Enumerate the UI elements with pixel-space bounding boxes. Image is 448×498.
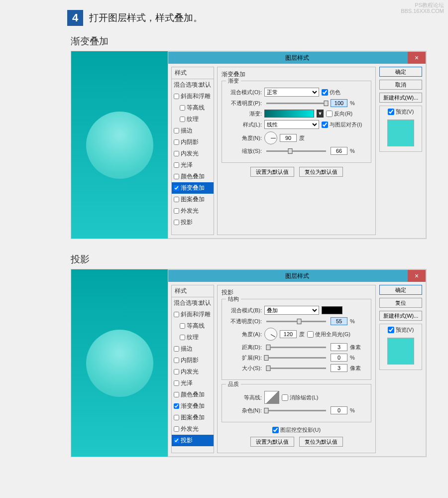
ok-button[interactable]: 确定	[379, 67, 422, 77]
angle-input[interactable]	[280, 330, 297, 338]
style-item-1[interactable]: 等高线	[172, 102, 214, 114]
distance-slider[interactable]	[266, 347, 326, 348]
spread-slider[interactable]	[266, 357, 326, 359]
reset-default-button[interactable]: 复位为默认值	[299, 437, 343, 447]
noise-input[interactable]	[331, 406, 347, 414]
style-item-label: 纹理	[187, 333, 199, 342]
style-item-1[interactable]: 等高线	[172, 320, 214, 332]
style-item-6[interactable]: 光泽	[172, 159, 214, 171]
style-item-label: 内发光	[181, 149, 199, 158]
new-style-button[interactable]: 新建样式(W)...	[379, 311, 422, 321]
gradient-swatch[interactable]	[264, 110, 314, 118]
knockout-checkbox[interactable]: 图层挖空投影(U)	[222, 426, 371, 434]
scale-input[interactable]	[331, 147, 347, 155]
shadow-color-swatch[interactable]	[322, 306, 342, 314]
align-checkbox[interactable]: 与图层对齐(I)	[322, 121, 362, 128]
distance-input[interactable]	[331, 343, 347, 351]
gradient-dropdown-icon[interactable]: ▼	[317, 110, 324, 118]
opacity-input[interactable]	[331, 99, 347, 107]
style-item-label: 图案叠加	[181, 413, 205, 422]
style-item-7[interactable]: 颜色叠加	[172, 389, 214, 400]
blend-mode-select[interactable]: 叠加	[264, 306, 319, 315]
reset-default-button[interactable]: 复位为默认值	[299, 167, 343, 177]
style-item-10[interactable]: 外发光	[172, 423, 214, 435]
style-list: 样式 混合选项:默认 斜面和浮雕等高线纹理描边内阴影内发光光泽颜色叠加渐变叠加图…	[171, 285, 214, 453]
preview-checkbox[interactable]: 预览(V)	[388, 326, 414, 334]
dialog-titlebar[interactable]: 图层样式 ×	[168, 270, 426, 282]
style-item-label: 光泽	[181, 161, 193, 169]
opacity-slider[interactable]	[266, 103, 326, 104]
style-item-5[interactable]: 内发光	[172, 148, 214, 159]
style-item-8[interactable]: 渐变叠加	[172, 400, 214, 412]
angle-input[interactable]	[280, 134, 297, 142]
blend-options-item[interactable]: 混合选项:默认	[172, 79, 214, 91]
dialog-button-column: 确定 取消 新建样式(W)... 预览(V)	[379, 67, 423, 235]
size-input[interactable]	[331, 364, 347, 372]
style-item-4[interactable]: 内阴影	[172, 136, 214, 148]
scale-label: 缩放(S):	[227, 147, 262, 155]
contour-swatch[interactable]	[264, 391, 279, 404]
antialias-checkbox[interactable]: 消除锯齿(L)	[282, 394, 318, 401]
angle-dial[interactable]	[264, 328, 277, 341]
style-item-3[interactable]: 描边	[172, 125, 214, 136]
opacity-slider[interactable]	[266, 321, 326, 322]
blend-options-item[interactable]: 混合选项:默认	[172, 297, 214, 309]
style-item-label: 渐变叠加	[181, 184, 205, 192]
style-item-10[interactable]: 外发光	[172, 205, 214, 217]
style-item-8[interactable]: 渐变叠加	[172, 182, 214, 194]
step-instruction: 打开图层样式，样式叠加。	[89, 11, 203, 24]
style-item-label: 描边	[181, 345, 193, 353]
style-item-9[interactable]: 图案叠加	[172, 412, 214, 423]
size-label: 大小(S):	[227, 365, 262, 372]
preview-sphere	[86, 112, 153, 179]
style-item-2[interactable]: 纹理	[172, 114, 214, 125]
section-1-title: 渐变叠加	[0, 35, 448, 48]
style-item-label: 内阴影	[181, 356, 199, 365]
style-item-5[interactable]: 内发光	[172, 366, 214, 377]
preview-checkbox[interactable]: 预览(V)	[388, 108, 414, 116]
reset-button[interactable]: 复位	[379, 298, 422, 308]
opacity-label: 不透明度(O):	[227, 318, 262, 325]
style-item-9[interactable]: 图案叠加	[172, 194, 214, 205]
style-item-label: 外发光	[181, 207, 199, 215]
cancel-button[interactable]: 取消	[379, 80, 422, 90]
style-item-label: 渐变叠加	[181, 402, 205, 410]
dither-checkbox[interactable]: 仿色	[322, 89, 340, 96]
global-light-checkbox[interactable]: 使用全局光(G)	[307, 331, 350, 338]
size-slider[interactable]	[266, 368, 326, 369]
ok-button[interactable]: 确定	[379, 285, 422, 295]
style-item-11[interactable]: 投影	[172, 435, 214, 446]
style-item-6[interactable]: 光泽	[172, 377, 214, 389]
style-item-2[interactable]: 纹理	[172, 332, 214, 343]
style-item-label: 斜面和浮雕	[181, 92, 211, 101]
angle-dial[interactable]	[264, 131, 277, 144]
opacity-label: 不透明度(P):	[227, 100, 262, 107]
section-2-title: 投影	[0, 253, 448, 266]
close-button[interactable]: ×	[408, 270, 426, 282]
style-item-3[interactable]: 描边	[172, 343, 214, 355]
spread-input[interactable]	[331, 354, 347, 362]
group-legend: 结构	[226, 295, 241, 303]
reverse-checkbox[interactable]: 反向(R)	[326, 110, 352, 118]
scale-slider[interactable]	[266, 150, 326, 152]
gradient-overlay-panel: 渐变叠加 渐变 混合模式(O): 正常 仿色 不透明度(P): %	[217, 67, 376, 235]
style-item-11[interactable]: 投影	[172, 217, 214, 228]
noise-slider[interactable]	[266, 410, 326, 411]
new-style-button[interactable]: 新建样式(W)...	[379, 93, 422, 103]
noise-label: 杂色(N):	[227, 407, 262, 414]
style-item-7[interactable]: 颜色叠加	[172, 171, 214, 182]
dialog-titlebar[interactable]: 图层样式 ×	[168, 52, 426, 64]
close-button[interactable]: ×	[408, 52, 426, 64]
gradient-style-select[interactable]: 线性	[264, 120, 319, 129]
spread-label: 扩展(R):	[227, 354, 262, 362]
style-item-label: 投影	[181, 436, 193, 445]
style-item-4[interactable]: 内阴影	[172, 355, 214, 366]
make-default-button[interactable]: 设置为默认值	[250, 167, 294, 177]
style-item-0[interactable]: 斜面和浮雕	[172, 309, 214, 320]
style-item-0[interactable]: 斜面和浮雕	[172, 91, 214, 102]
preview-canvas-1	[71, 51, 168, 239]
opacity-input[interactable]	[331, 317, 347, 325]
blend-mode-select[interactable]: 正常	[264, 88, 319, 97]
make-default-button[interactable]: 设置为默认值	[250, 437, 294, 447]
layer-style-dialog-2: 图层样式 × 样式 混合选项:默认 斜面和浮雕等高线纹理描边内阴影内发光光泽颜色…	[168, 269, 426, 457]
